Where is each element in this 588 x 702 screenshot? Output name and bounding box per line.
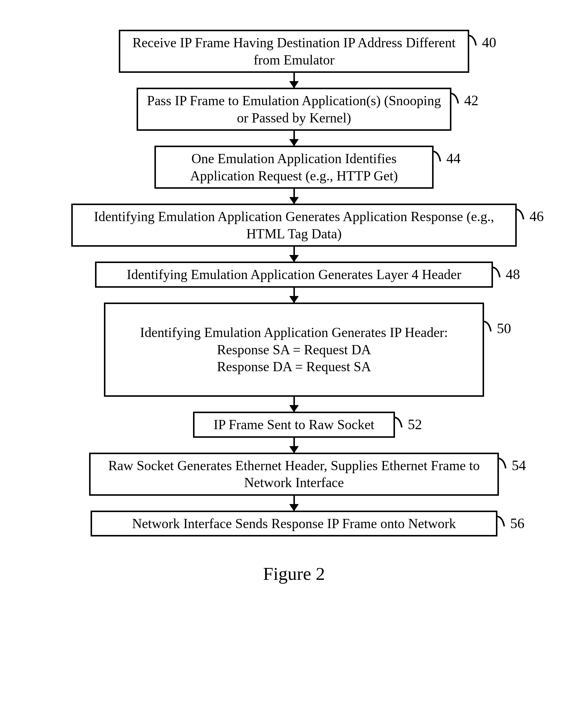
arrow-icon xyxy=(293,438,295,453)
label-tick: 48 xyxy=(491,265,520,283)
flow-step: Network Interface Sends Response IP Fram… xyxy=(41,510,547,537)
flow-step: Identifying Emulation Application Genera… xyxy=(41,303,547,397)
flow-step: One Emulation Application Identifies App… xyxy=(41,146,547,189)
figure-caption: Figure 2 xyxy=(263,563,325,584)
flow-step: IP Frame Sent to Raw Socket 52 xyxy=(41,412,547,438)
label-tick: 42 xyxy=(450,91,478,109)
step-text: Identifying Emulation Application Genera… xyxy=(127,267,461,282)
box-wrapper: IP Frame Sent to Raw Socket 52 xyxy=(193,412,395,438)
flow-step: Identifying Emulation Application Genera… xyxy=(41,261,547,288)
curve-icon xyxy=(432,148,445,162)
box-wrapper: Receive IP Frame Having Destination IP A… xyxy=(119,30,469,73)
curve-icon xyxy=(496,513,509,528)
step-text: Receive IP Frame Having Destination IP A… xyxy=(132,35,456,68)
label-tick: 56 xyxy=(496,514,525,532)
step-label: 46 xyxy=(530,208,544,225)
curve-icon xyxy=(394,414,407,429)
label-tick: 54 xyxy=(497,456,526,474)
step-box: Pass IP Frame to Emulation Application(s… xyxy=(137,88,451,131)
box-wrapper: Raw Socket Generates Ethernet Header, Su… xyxy=(89,453,499,496)
curve-icon xyxy=(450,90,463,105)
label-tick: 44 xyxy=(432,149,461,167)
step-label: 44 xyxy=(446,149,461,167)
box-wrapper: Identifying Emulation Application Genera… xyxy=(71,204,517,247)
box-wrapper: Pass IP Frame to Emulation Application(s… xyxy=(137,88,451,131)
step-text: Raw Socket Generates Ethernet Header, Su… xyxy=(108,458,480,490)
box-wrapper: Identifying Emulation Application Genera… xyxy=(95,261,493,288)
step-label: 48 xyxy=(506,265,520,283)
label-tick: 46 xyxy=(515,207,544,225)
label-tick: 40 xyxy=(468,33,496,51)
arrow-icon xyxy=(293,73,295,88)
step-box: Raw Socket Generates Ethernet Header, Su… xyxy=(89,453,499,496)
box-wrapper: Network Interface Sends Response IP Fram… xyxy=(91,510,497,537)
flow-step: Raw Socket Generates Ethernet Header, Su… xyxy=(41,453,547,496)
step-label: 52 xyxy=(408,416,422,433)
flow-step: Pass IP Frame to Emulation Application(s… xyxy=(41,88,547,131)
step-box: Network Interface Sends Response IP Fram… xyxy=(91,510,497,537)
label-tick: 50 xyxy=(482,319,511,337)
step-text: One Emulation Application Identifies App… xyxy=(190,151,398,184)
step-label: 40 xyxy=(482,33,496,51)
flow-step: Identifying Emulation Application Genera… xyxy=(41,204,547,247)
step-box: Identifying Emulation Application Genera… xyxy=(95,261,493,288)
step-label: 54 xyxy=(512,457,526,474)
curve-icon xyxy=(497,455,510,470)
curve-icon xyxy=(491,264,504,278)
step-text: Identifying Emulation Application Genera… xyxy=(94,209,494,241)
arrow-icon xyxy=(293,397,295,412)
arrow-icon xyxy=(293,131,295,146)
label-tick: 52 xyxy=(394,415,422,433)
curve-icon xyxy=(468,32,481,47)
flowchart-container: Receive IP Frame Having Destination IP A… xyxy=(41,30,547,584)
curve-icon xyxy=(482,318,496,333)
step-label: 56 xyxy=(510,514,525,532)
step-text: Identifying Emulation Application Genera… xyxy=(140,325,448,374)
step-box: Identifying Emulation Application Genera… xyxy=(71,204,517,247)
step-box: One Emulation Application Identifies App… xyxy=(154,146,434,189)
arrow-icon xyxy=(293,189,295,204)
arrow-icon xyxy=(293,288,295,303)
flow-step: Receive IP Frame Having Destination IP A… xyxy=(41,30,547,73)
box-wrapper: Identifying Emulation Application Genera… xyxy=(104,303,484,397)
step-label: 50 xyxy=(497,320,511,337)
box-wrapper: One Emulation Application Identifies App… xyxy=(154,146,434,189)
step-box: Receive IP Frame Having Destination IP A… xyxy=(119,30,469,73)
step-text: IP Frame Sent to Raw Socket xyxy=(213,417,374,432)
arrow-icon xyxy=(293,247,295,261)
step-box: IP Frame Sent to Raw Socket 52 xyxy=(193,412,395,438)
arrow-icon xyxy=(293,496,295,510)
step-text: Pass IP Frame to Emulation Application(s… xyxy=(147,93,441,125)
step-label: 42 xyxy=(464,92,478,109)
step-text: Network Interface Sends Response IP Fram… xyxy=(132,516,456,531)
curve-icon xyxy=(515,206,528,221)
step-box: Identifying Emulation Application Genera… xyxy=(104,303,484,397)
